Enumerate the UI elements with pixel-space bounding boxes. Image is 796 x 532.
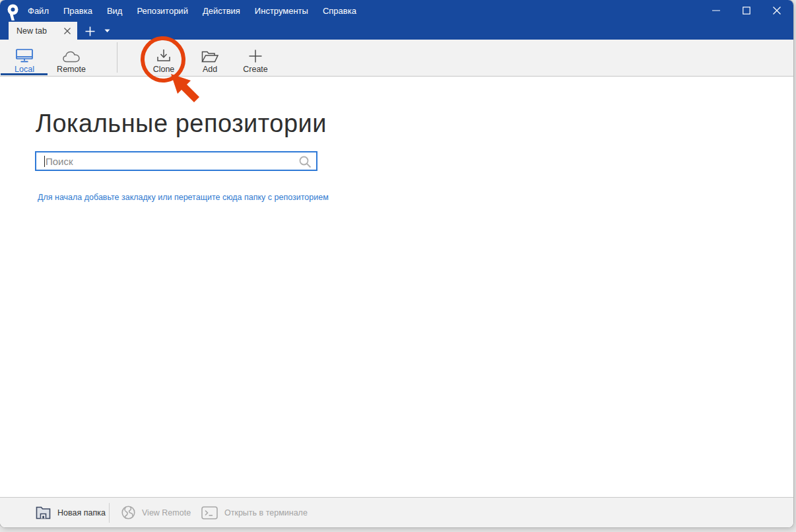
monitor-icon [16,48,33,63]
close-icon [773,7,781,15]
title-bar: Файл Правка Вид Репозиторий Действия Инс… [0,0,793,40]
plus-icon [85,26,95,36]
minimize-icon [712,7,720,15]
page-title: Локальные репозитории [36,110,327,138]
menu-tools[interactable]: Инструменты [248,3,315,18]
tab-label: New tab [17,26,47,36]
terminal-icon [201,506,218,519]
sourcetree-window: Файл Правка Вид Репозиторий Действия Инс… [0,0,793,527]
view-remote-button[interactable]: View Remote [121,498,191,527]
download-icon [156,48,171,63]
empty-state-hint: Для начала добавьте закладку или перетащ… [38,193,329,202]
add-button[interactable]: Add [187,42,233,74]
new-folder-label: Новая папка [57,508,106,517]
tab-close-button[interactable] [63,26,72,36]
menu-repository[interactable]: Репозиторий [129,3,195,18]
tab-new-tab[interactable]: New tab [9,22,77,40]
view-remote-label: View Remote [142,508,191,517]
create-button-label: Create [243,65,268,74]
menu-edit[interactable]: Правка [56,3,100,18]
new-folder-button[interactable]: Новая папка [36,498,106,527]
menu-view[interactable]: Вид [100,3,130,18]
tab-strip: New tab [0,22,793,40]
tab-list-dropdown-button[interactable] [100,23,114,39]
local-active-indicator [1,73,48,75]
status-bar: Новая папка View Remote Открыть в термин… [0,497,793,527]
search-box [35,151,317,171]
search-input[interactable] [36,152,316,170]
close-button[interactable] [762,0,792,20]
sourcetree-logo-icon [5,3,21,21]
remote-button[interactable]: Remote [48,42,94,74]
menu-help[interactable]: Справка [315,3,364,18]
text-caret [44,156,45,167]
create-button[interactable]: Create [232,42,279,74]
toolbar: Local Remote Clone [0,40,793,77]
open-terminal-button[interactable]: Открыть в терминале [201,498,308,527]
add-button-label: Add [203,65,217,74]
search-icon [299,156,312,168]
clone-button[interactable]: Clone [141,42,187,74]
local-button[interactable]: Local [1,42,48,74]
local-button-label: Local [15,65,34,74]
maximize-icon [743,7,750,15]
tab-close-icon [64,28,71,34]
minimize-button[interactable] [701,0,731,20]
globe-icon [121,506,135,519]
clone-button-label: Clone [153,65,175,74]
statusbar-separator [109,503,110,523]
new-tab-button[interactable] [81,23,99,39]
cloud-icon [63,48,80,63]
toolbar-separator [117,42,117,73]
open-terminal-label: Открыть в терминале [224,508,308,517]
plus-icon [249,48,262,63]
remote-button-label: Remote [57,65,86,74]
chevron-down-icon [104,29,110,33]
window-controls [701,0,792,20]
menu-bar: Файл Правка Вид Репозиторий Действия Инс… [28,0,364,22]
menu-file[interactable]: Файл [28,3,56,18]
new-folder-icon [36,506,51,519]
maximize-button[interactable] [731,0,762,20]
main-content: Локальные репозитории Для начала добавьт… [0,77,792,497]
open-folder-icon [201,48,218,63]
menu-actions[interactable]: Действия [195,3,248,18]
